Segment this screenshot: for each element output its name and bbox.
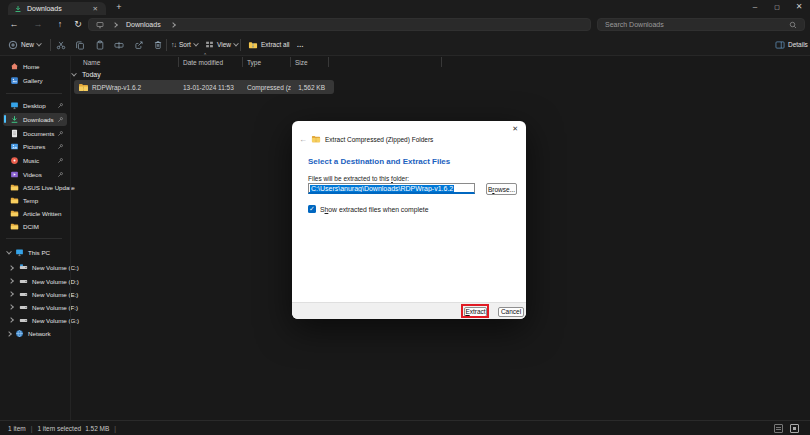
minimize-button[interactable]: – bbox=[744, 0, 766, 15]
sidebar-item-volume-g[interactable]: New Volume (G:) bbox=[3, 314, 67, 327]
chevron-down-icon bbox=[193, 40, 199, 46]
expand-chevron-icon[interactable] bbox=[8, 317, 14, 323]
back-icon[interactable]: ← bbox=[6, 15, 22, 34]
drive-icon bbox=[19, 303, 28, 312]
this-pc-icon bbox=[96, 21, 104, 29]
sidebar-item-home[interactable]: Home bbox=[3, 60, 67, 73]
destination-path-value: C:\Users\anurag\Downloads\RDPWrap-v1.6.2 bbox=[310, 185, 454, 192]
new-plus-icon bbox=[8, 40, 18, 50]
breadcrumb-item[interactable]: Downloads bbox=[126, 21, 161, 28]
sidebar-item-music[interactable]: Music bbox=[3, 154, 67, 167]
copy-button[interactable] bbox=[72, 37, 88, 53]
breadcrumb-chevron-icon bbox=[170, 22, 176, 28]
file-type: Compressed (zipp... bbox=[247, 80, 291, 94]
search-icon bbox=[789, 21, 797, 29]
view-button[interactable]: View bbox=[205, 34, 238, 55]
sort-button[interactable]: ↑↓ Sort bbox=[171, 34, 198, 55]
chevron-down-icon bbox=[233, 40, 239, 46]
cancel-button[interactable]: Cancel bbox=[498, 307, 524, 317]
sidebar-item-article-written[interactable]: Article Written bbox=[3, 207, 67, 220]
delete-button[interactable] bbox=[150, 37, 166, 53]
column-header-type[interactable]: Type bbox=[247, 56, 261, 68]
dialog-heading: Select a Destination and Extract Files bbox=[308, 157, 450, 166]
column-header-name[interactable]: Name bbox=[83, 56, 100, 68]
extract-all-button[interactable]: Extract all bbox=[248, 34, 290, 55]
item-count: 1 item bbox=[8, 425, 26, 432]
new-button[interactable]: New bbox=[8, 34, 41, 55]
details-icon bbox=[775, 40, 785, 50]
group-header-today[interactable]: Today bbox=[72, 69, 101, 80]
destination-path-input[interactable]: C:\Users\anurag\Downloads\RDPWrap-v1.6.2 bbox=[308, 183, 475, 194]
sidebar-item-documents[interactable]: Documents bbox=[3, 127, 67, 140]
sidebar-item-pictures[interactable]: Pictures bbox=[3, 140, 67, 153]
annotation-highlight bbox=[461, 304, 489, 318]
pin-icon bbox=[57, 102, 64, 109]
forward-icon[interactable]: → bbox=[30, 15, 46, 34]
pin-icon bbox=[57, 143, 64, 150]
dialog-close-icon[interactable]: ✕ bbox=[512, 125, 518, 133]
extract-all-label: Extract all bbox=[261, 41, 290, 48]
dialog-back-icon[interactable]: ← bbox=[299, 135, 307, 144]
show-files-checkbox[interactable]: ✓ Show extracted files when complete bbox=[308, 205, 428, 213]
refresh-icon[interactable]: ↻ bbox=[70, 15, 86, 34]
expand-chevron-icon[interactable] bbox=[6, 248, 12, 254]
extract-all-icon bbox=[248, 40, 258, 50]
expand-chevron-icon[interactable] bbox=[8, 291, 14, 297]
details-view-toggle[interactable] bbox=[774, 424, 783, 433]
close-button[interactable]: ✕ bbox=[788, 0, 810, 15]
expand-chevron-icon[interactable] bbox=[8, 265, 14, 271]
tab-downloads[interactable]: Downloads ✕ bbox=[8, 2, 106, 15]
new-tab-button[interactable]: + bbox=[112, 1, 126, 14]
tab-title: Downloads bbox=[27, 5, 91, 12]
share-button[interactable] bbox=[131, 37, 147, 53]
browse-button[interactable]: Browse... bbox=[486, 183, 517, 195]
folder-icon bbox=[10, 183, 19, 192]
expand-chevron-icon[interactable] bbox=[8, 278, 14, 284]
details-label: Details bbox=[788, 41, 808, 48]
up-icon[interactable]: ↑ bbox=[52, 15, 68, 34]
paste-button[interactable] bbox=[92, 37, 108, 53]
folder-icon bbox=[10, 222, 19, 231]
icons-view-toggle[interactable] bbox=[790, 424, 799, 433]
music-icon bbox=[10, 156, 19, 165]
videos-icon bbox=[10, 170, 19, 179]
maximize-button[interactable]: ▢ bbox=[766, 0, 788, 15]
pin-icon bbox=[57, 130, 64, 137]
sidebar-item-volume-c[interactable]: New Volume (C:) bbox=[3, 261, 67, 274]
folder-icon bbox=[10, 209, 19, 218]
folder-icon bbox=[10, 196, 19, 205]
cut-button[interactable] bbox=[53, 37, 69, 53]
new-label: New bbox=[21, 41, 34, 48]
file-row[interactable]: RDPWrap-v1.6.2 13-01-2024 11:53 Compress… bbox=[74, 80, 334, 94]
rename-icon bbox=[114, 40, 124, 50]
details-pane-button[interactable]: Details bbox=[775, 34, 808, 55]
delete-icon bbox=[153, 40, 163, 50]
expand-chevron-icon[interactable] bbox=[6, 331, 12, 337]
sidebar-item-downloads[interactable]: Downloads bbox=[3, 113, 67, 126]
sidebar-item-this-pc[interactable]: This PC bbox=[3, 246, 67, 259]
sidebar-item-gallery[interactable]: Gallery bbox=[3, 74, 67, 87]
sidebar-item-videos[interactable]: Videos bbox=[3, 168, 67, 181]
sidebar-item-dcim[interactable]: DCIM bbox=[3, 220, 67, 233]
column-header-size[interactable]: Size bbox=[295, 56, 308, 68]
pin-icon bbox=[57, 116, 64, 123]
rename-button[interactable] bbox=[111, 37, 127, 53]
sidebar-item-network[interactable]: Network bbox=[3, 327, 67, 340]
tab-close-icon[interactable]: ✕ bbox=[91, 5, 100, 13]
this-pc-icon bbox=[15, 248, 24, 257]
sidebar-item-desktop[interactable]: Desktop bbox=[3, 99, 67, 112]
sidebar-item-volume-d[interactable]: New Volume (D:) bbox=[3, 275, 67, 288]
sidebar-item-temp[interactable]: Temp bbox=[3, 194, 67, 207]
expand-chevron-icon[interactable] bbox=[8, 304, 14, 310]
column-header-date-modified[interactable]: Date modified⌃ bbox=[183, 56, 223, 68]
sidebar-item-volume-f[interactable]: New Volume (F:) bbox=[3, 301, 67, 314]
navigation-bar: ← → ↑ ↻ Downloads Search Downloads bbox=[0, 15, 810, 34]
sort-icon: ↑↓ bbox=[171, 41, 176, 48]
address-bar[interactable]: Downloads bbox=[88, 18, 591, 31]
sidebar-item-volume-e[interactable]: New Volume (E:) bbox=[3, 288, 67, 301]
home-icon bbox=[10, 62, 19, 71]
more-button[interactable]: ... bbox=[297, 34, 304, 55]
search-input[interactable]: Search Downloads bbox=[597, 18, 805, 31]
file-name: RDPWrap-v1.6.2 bbox=[92, 80, 141, 94]
sidebar-item-asus-live-update[interactable]: ASUS Live Update bbox=[3, 181, 67, 194]
